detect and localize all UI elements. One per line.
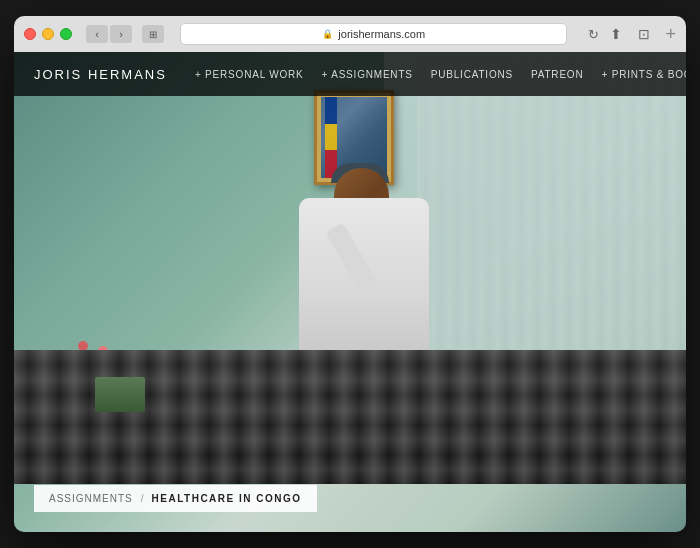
- nav-item-assignments[interactable]: + ASSIGNMENTS: [314, 65, 421, 84]
- toolbar-right: ⬆ ⊡: [605, 25, 655, 43]
- site-logo: JORIS HERMANS: [34, 67, 167, 82]
- add-tab-button[interactable]: +: [665, 24, 676, 45]
- caption-bar: ASSIGNMENTS / HEALTHCARE IN CONGO: [34, 485, 317, 512]
- bookmark-button[interactable]: ⊡: [633, 25, 655, 43]
- browser-window: ‹ › ⊞ 🔒 jorishermans.com ↻ ⬆ ⊡ +: [14, 16, 686, 532]
- nav-buttons: ‹ ›: [86, 25, 132, 43]
- book-stack: [95, 377, 145, 412]
- address-text: jorishermans.com: [338, 28, 425, 40]
- nav-item-patreon[interactable]: PATREON: [523, 65, 591, 84]
- caption-divider: /: [141, 493, 144, 504]
- forward-button[interactable]: ›: [110, 25, 132, 43]
- nav-menu: + PERSONAL WORK + ASSIGNMENTS PUBLICATIO…: [187, 65, 686, 84]
- traffic-lights: [24, 28, 72, 40]
- nav-item-personal-work[interactable]: + PERSONAL WORK: [187, 65, 312, 84]
- website-content: JORIS HERMANS + PERSONAL WORK + ASSIGNME…: [14, 52, 686, 532]
- hero-photo: [14, 52, 686, 532]
- nav-item-publications[interactable]: PUBLICATIONS: [423, 65, 521, 84]
- address-bar[interactable]: 🔒 jorishermans.com: [180, 23, 567, 45]
- reload-button[interactable]: ↻: [588, 27, 599, 42]
- share-button[interactable]: ⬆: [605, 25, 627, 43]
- back-button[interactable]: ‹: [86, 25, 108, 43]
- lock-icon: 🔒: [322, 29, 333, 39]
- nav-item-prints-books[interactable]: + PRINTS & BOOKS: [593, 65, 686, 84]
- caption-title: HEALTHCARE IN CONGO: [152, 493, 302, 504]
- browser-toolbar: ‹ › ⊞ 🔒 jorishermans.com ↻ ⬆ ⊡ +: [14, 16, 686, 52]
- close-button[interactable]: [24, 28, 36, 40]
- maximize-button[interactable]: [60, 28, 72, 40]
- desk-items: [95, 340, 633, 412]
- tab-view-icon[interactable]: ⊞: [142, 25, 164, 43]
- doctor-figure: [269, 148, 469, 368]
- minimize-button[interactable]: [42, 28, 54, 40]
- caption-section: ASSIGNMENTS: [49, 493, 133, 504]
- site-navigation: JORIS HERMANS + PERSONAL WORK + ASSIGNME…: [14, 52, 686, 96]
